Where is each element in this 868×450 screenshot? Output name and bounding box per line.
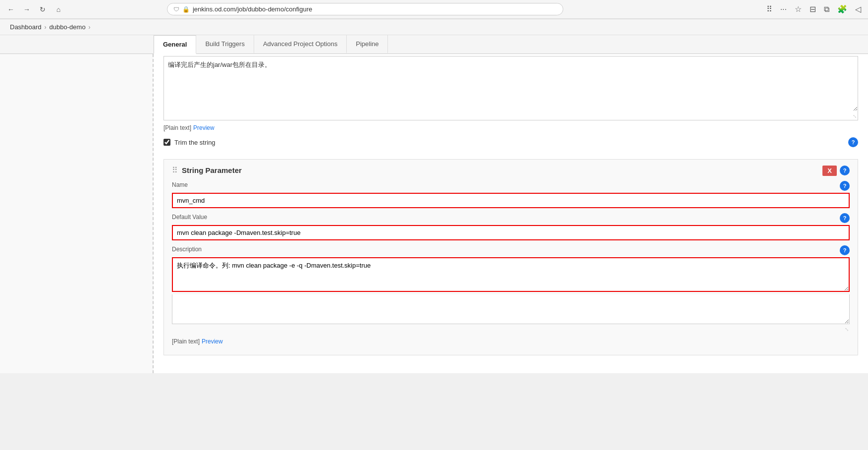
name-input[interactable] xyxy=(172,193,850,208)
upper-description-section: 编译完后产生的jar/war包所在目录。 ⤡ xyxy=(163,56,858,120)
left-sidebar xyxy=(0,54,154,373)
param-header: ⠿ String Parameter xyxy=(172,166,850,175)
browser-toolbar: ← → ↻ ⌂ 🛡 🔒 ⠿ ··· ☆ ⊟ ⧉ 🧩 ◁ xyxy=(0,0,868,19)
tab-build-triggers[interactable]: Build Triggers xyxy=(196,35,254,54)
shield-icon: 🛡 xyxy=(173,6,179,13)
breadcrumb-sep1: › xyxy=(45,24,47,31)
upper-plain-text-row: [Plain text] Preview xyxy=(163,124,858,131)
form-area: 编译完后产生的jar/war包所在目录。 ⤡ [Plain text] Prev… xyxy=(154,54,868,373)
trim-checkbox[interactable] xyxy=(163,139,170,146)
name-help-button[interactable]: ? xyxy=(840,181,850,191)
string-parameter-section: X ? ⠿ String Parameter Name ? Default Va… xyxy=(163,159,858,355)
star-icon[interactable]: ☆ xyxy=(793,3,804,15)
toolbar-icons: ⠿ ··· ☆ ⊟ ⧉ 🧩 ◁ xyxy=(764,3,863,15)
description-label: Description xyxy=(172,246,202,253)
default-value-help-button[interactable]: ? xyxy=(840,213,850,223)
tabs-bar: General Build Triggers Advanced Project … xyxy=(0,35,868,54)
description-help-button[interactable]: ? xyxy=(840,245,850,255)
forward-button[interactable]: → xyxy=(21,3,33,15)
upper-preview-link[interactable]: Preview xyxy=(193,124,215,131)
upper-plain-text-label: [Plain text] xyxy=(163,124,191,131)
default-value-label-row: Default Value ? xyxy=(172,213,850,223)
browser-chrome: ← → ↻ ⌂ 🛡 🔒 ⠿ ··· ☆ ⊟ ⧉ 🧩 ◁ xyxy=(0,0,868,19)
home-button[interactable]: ⌂ xyxy=(53,3,64,15)
trim-help-button[interactable]: ? xyxy=(848,137,858,147)
breadcrumb: Dashboard › dubbo-demo › xyxy=(0,19,868,35)
address-bar[interactable]: 🛡 🔒 xyxy=(167,3,563,15)
trim-label: Trim the string xyxy=(174,139,216,146)
lower-preview-link[interactable]: Preview xyxy=(202,338,223,345)
tab-pipeline[interactable]: Pipeline xyxy=(347,35,388,54)
default-value-label: Default Value xyxy=(172,214,207,221)
back-button[interactable]: ← xyxy=(5,3,17,15)
drag-handle-icon[interactable]: ⠿ xyxy=(172,166,178,175)
expand-icon[interactable]: ◁ xyxy=(853,3,863,15)
more-icon[interactable]: ··· xyxy=(778,4,789,15)
default-value-input[interactable] xyxy=(172,225,850,240)
string-param-help-button[interactable]: ? xyxy=(840,166,850,175)
description-label-row: Description ? xyxy=(172,245,850,255)
breadcrumb-dashboard[interactable]: Dashboard xyxy=(10,23,42,31)
name-field-row: Name ? xyxy=(172,181,850,208)
name-label: Name xyxy=(172,181,188,188)
lower-plain-text-row: [Plain text] Preview xyxy=(172,338,850,345)
ext-icon[interactable]: 🧩 xyxy=(835,3,849,15)
breadcrumb-project[interactable]: dubbo-demo xyxy=(50,23,86,31)
main-content: 编译完后产生的jar/war包所在目录。 ⤡ [Plain text] Prev… xyxy=(0,54,868,373)
url-input[interactable] xyxy=(193,5,557,13)
upper-textarea-resize[interactable]: ⤡ xyxy=(164,112,858,120)
qr-icon[interactable]: ⠿ xyxy=(764,3,774,15)
name-label-row: Name ? xyxy=(172,181,850,191)
lower-plain-text-label: [Plain text] xyxy=(172,338,200,345)
tab-advanced-project-options[interactable]: Advanced Project Options xyxy=(254,35,347,54)
upper-description-textarea[interactable]: 编译完后产生的jar/war包所在目录。 xyxy=(164,56,858,111)
breadcrumb-sep2: › xyxy=(89,24,91,31)
tabs-icon[interactable]: ⊟ xyxy=(808,3,818,15)
delete-param-button[interactable]: X xyxy=(822,166,837,176)
lock-icon: 🔒 xyxy=(182,6,190,13)
param-right-buttons: X ? xyxy=(822,166,850,176)
default-value-field-row: Default Value ? xyxy=(172,213,850,240)
tab-general[interactable]: General xyxy=(154,35,196,54)
param-title: String Parameter xyxy=(182,166,242,174)
description-textarea-extra[interactable] xyxy=(172,294,850,324)
trim-row: Trim the string ? xyxy=(163,135,858,149)
description-textarea[interactable]: 执行编译命令。列: mvn clean package -e -q -Dmave… xyxy=(172,257,850,292)
window-icon[interactable]: ⧉ xyxy=(822,4,831,15)
description-textarea-resize[interactable]: ⤡ xyxy=(172,326,850,333)
refresh-button[interactable]: ↻ xyxy=(37,3,49,15)
description-field-row: Description ? 执行编译命令。列: mvn clean packag… xyxy=(172,245,850,333)
